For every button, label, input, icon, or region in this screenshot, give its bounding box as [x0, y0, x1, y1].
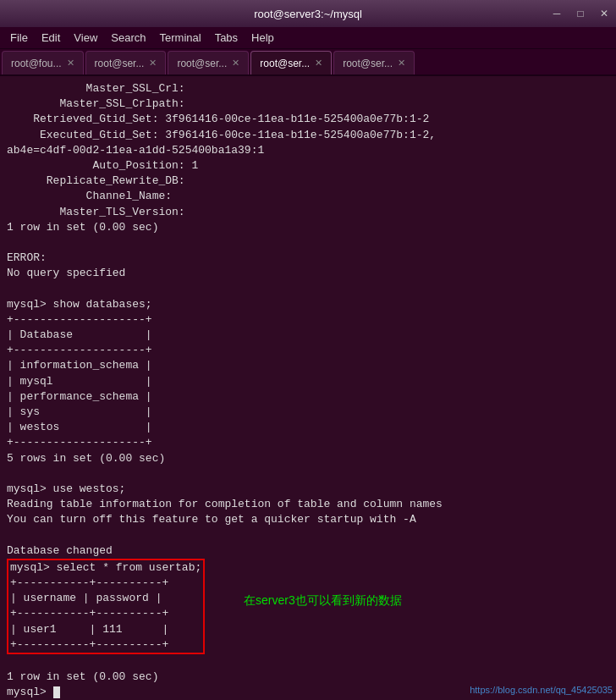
tab-close-4[interactable]: ✕	[398, 58, 405, 69]
window-title: root@server3:~/mysql	[254, 8, 362, 20]
annotation-text: 在server3也可以看到新的数据	[244, 593, 402, 609]
menu-item-help[interactable]: Help	[245, 30, 281, 46]
terminal-area[interactable]: Master_SSL_Crl: Master_SSL_Crlpath: Retr…	[0, 76, 616, 700]
close-button[interactable]: ✕	[592, 0, 616, 27]
tab-4[interactable]: root@ser...✕	[333, 51, 415, 74]
menu-item-search[interactable]: Search	[104, 30, 152, 46]
menu-item-file[interactable]: File	[3, 30, 35, 46]
tab-close-1[interactable]: ✕	[149, 58, 157, 69]
tab-close-2[interactable]: ✕	[232, 58, 239, 69]
tab-3[interactable]: root@ser...✕	[250, 51, 332, 74]
terminal-cursor	[53, 686, 60, 698]
terminal-content: Master_SSL_Crl: Master_SSL_Crlpath: Retr…	[7, 81, 609, 700]
tab-0[interactable]: root@fou...✕	[2, 51, 84, 74]
watermark: https://blog.csdn.net/qq_45425035	[470, 684, 613, 697]
maximize-button[interactable]: □	[569, 0, 592, 27]
red-box-output: mysql> select * from usertab; +---------…	[7, 559, 205, 654]
menu-bar: FileEditViewSearchTerminalTabsHelp	[0, 27, 616, 49]
title-bar: root@server3:~/mysql ─ □ ✕	[0, 0, 616, 27]
tab-close-0[interactable]: ✕	[67, 58, 74, 69]
menu-item-edit[interactable]: Edit	[35, 30, 67, 46]
menu-item-tabs[interactable]: Tabs	[208, 30, 245, 46]
after-red-box: 1 row in set (0.00 sec)	[7, 654, 609, 685]
terminal-pre: Master_SSL_Crl: Master_SSL_Crlpath: Retr…	[7, 81, 609, 559]
menu-item-terminal[interactable]: Terminal	[153, 30, 208, 46]
tab-1[interactable]: root@ser...✕	[85, 51, 167, 74]
tab-2[interactable]: root@ser...✕	[168, 51, 249, 74]
tab-bar: root@fou...✕root@ser...✕root@ser...✕root…	[0, 49, 616, 76]
tab-close-3[interactable]: ✕	[315, 58, 322, 69]
minimize-button[interactable]: ─	[545, 0, 569, 27]
window-controls: ─ □ ✕	[545, 0, 616, 27]
terminal-prompt: mysql>	[7, 685, 53, 700]
menu-item-view[interactable]: View	[67, 30, 104, 46]
